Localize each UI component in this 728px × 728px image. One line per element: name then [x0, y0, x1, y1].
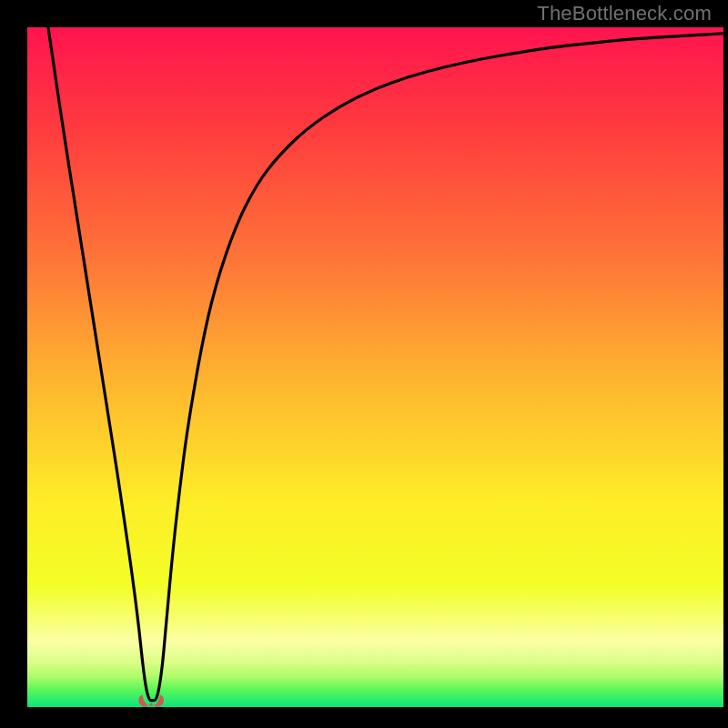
- chart-frame: TheBottleneck.com: [0, 0, 728, 728]
- watermark-text: TheBottleneck.com: [537, 2, 712, 25]
- gradient-background: [27, 27, 723, 707]
- bottleneck-chart: [0, 0, 728, 728]
